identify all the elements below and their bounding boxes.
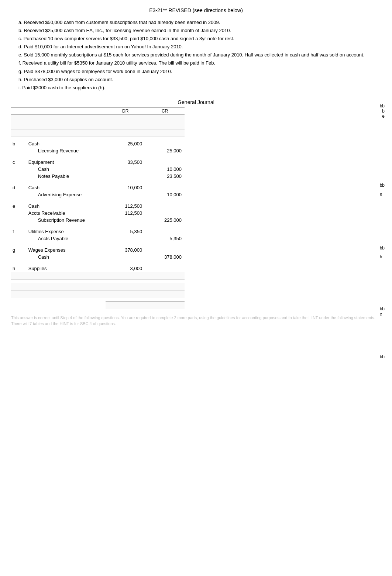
table-row: b Cash 25,000: [11, 140, 185, 147]
side-h-d: h: [380, 252, 385, 261]
table-row: Subscription Revenue 225,000: [11, 217, 185, 224]
instructions-block: a. Received $50,000 cash from customers …: [11, 18, 381, 92]
table-row: Accts Receivable 112,500: [11, 210, 185, 217]
side-bb-b: bb: [380, 181, 385, 190]
table-row: Licensing Revenue 25,000: [11, 147, 185, 154]
side-bb-wages: bb: [380, 354, 385, 359]
instruction-i: i. Paid $3000 cash to the suppliers in (…: [15, 84, 381, 92]
table-row: c Equipament 33,500: [11, 159, 185, 166]
journal-section: General Journal DR CR b Cash 25,000 Lice…: [11, 99, 381, 309]
side-labels-d: bb h: [380, 244, 385, 261]
table-row: Notes Payable 23,500: [11, 173, 185, 180]
page-title: E3-21** REVISED (see directions below): [11, 7, 381, 13]
table-row: Cash 378,000: [11, 253, 185, 261]
side-bb-top: bb: [380, 103, 385, 108]
instruction-b: b. Received $25,000 cash from EA, Inc., …: [15, 27, 381, 35]
side-e-top: e: [380, 114, 385, 119]
instruction-d: d. Paid $10,000 for an Internet advertis…: [15, 43, 381, 51]
bottom-note: This answer is correct until Step 4 of t…: [11, 315, 381, 327]
col-cr: CR: [145, 107, 185, 114]
instruction-h: h. Purchased $3,000 of supplies on accou…: [15, 76, 381, 84]
table-row: [11, 129, 185, 137]
side-labels-top: bb b e: [380, 103, 385, 119]
table-row: Cash 10,000: [11, 166, 185, 173]
table-row: [11, 114, 185, 122]
instruction-g: g. Paid $378,000 in wages to employees f…: [15, 68, 381, 76]
side-e-b: e: [380, 190, 385, 199]
table-row: Advertising Expense 10,000: [11, 191, 185, 198]
side-b-top: b: [380, 108, 385, 114]
col-account: [27, 107, 106, 114]
table-row: [11, 122, 185, 129]
table-row: [11, 283, 185, 290]
totals-row: [11, 301, 185, 309]
col-letter: [11, 107, 27, 114]
table-row: h Supplies 3,000: [11, 265, 185, 272]
table-row: [11, 290, 185, 298]
table-row: d Cash 10,000: [11, 184, 185, 191]
table-row: g Wages Expenses 378,000: [11, 246, 185, 253]
journal-table: DR CR b Cash 25,000 Licensing Revenue 25…: [11, 107, 185, 309]
table-row: f Utilities Expense 5,350: [11, 228, 185, 235]
instruction-f: f. Received a utility bill for $5350 for…: [15, 59, 381, 67]
table-row: e Cash 112,500: [11, 203, 185, 210]
col-dr: DR: [106, 107, 145, 114]
table-row: [11, 272, 185, 279]
instruction-c: c. Purchased 10 new computer servers for…: [15, 35, 381, 43]
side-labels-b: bb e: [380, 181, 385, 199]
instruction-e: e. Sold 15,000 monthly subscriptions at …: [15, 51, 381, 59]
side-labels-wages: bb: [380, 354, 385, 359]
instruction-a: a. Received $50,000 cash from customers …: [15, 18, 381, 27]
side-bb-d: bb: [380, 244, 385, 252]
side-bb-f: bb: [380, 306, 385, 311]
journal-title: General Journal: [11, 99, 381, 105]
table-row: Accts Payable 5,350: [11, 235, 185, 242]
